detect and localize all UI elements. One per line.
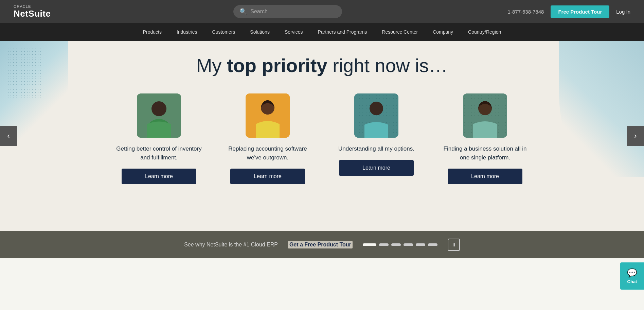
search-box[interactable]: 🔍 (233, 5, 342, 18)
login-button[interactable]: Log In (616, 9, 630, 15)
top-bar: ORACLE NetSuite 🔍 1-877-638-7848 Free Pr… (0, 0, 644, 23)
nav-item-services[interactable]: Services (277, 23, 310, 41)
card-1: Getting better control of inventory and … (115, 93, 203, 184)
avatar-2 (246, 93, 290, 138)
nav-item-industries[interactable]: Industries (169, 23, 205, 41)
card-2: Replacing accounting software we've outg… (223, 93, 312, 184)
free-tour-button[interactable]: Free Product Tour (551, 5, 609, 18)
hero-title-plain: My (196, 55, 227, 76)
avatar-3 (354, 93, 398, 138)
nav-item-customers[interactable]: Customers (205, 23, 243, 41)
hero-title: My top priority right now is… (20, 54, 624, 76)
bottom-bar-link[interactable]: Get a Free Product Tour (288, 241, 353, 248)
nav-item-country[interactable]: Country/Region (461, 23, 508, 41)
dot-4 (404, 243, 413, 246)
carousel-prev-button[interactable]: ‹ (0, 126, 17, 146)
phone-number: 1-877-638-7848 (508, 9, 544, 15)
nav-item-company[interactable]: Company (425, 23, 461, 41)
carousel-next-button[interactable]: › (627, 126, 644, 146)
dot-3 (391, 243, 401, 246)
search-input[interactable] (250, 8, 336, 15)
card-text-3: Understanding all my options. (338, 144, 414, 153)
card-text-1: Getting better control of inventory and … (115, 144, 203, 162)
top-bar-right: 1-877-638-7848 Free Product Tour Log In (508, 5, 630, 18)
hero-section: ‹ › My top priority right now is… (0, 41, 644, 231)
card-text-2: Replacing accounting software we've outg… (223, 144, 312, 162)
card-4: Finding a business solution all in one s… (441, 93, 529, 184)
svg-point-2 (151, 101, 166, 116)
bottom-bar-text: See why NetSuite is the #1 Cloud ERP (184, 242, 278, 248)
nav-item-solutions[interactable]: Solutions (243, 23, 277, 41)
bottom-bar: See why NetSuite is the #1 Cloud ERP Get… (0, 231, 644, 258)
dot-5 (416, 243, 425, 246)
nav-item-products[interactable]: Products (136, 23, 169, 41)
nav-bar: Products Industries Customers Solutions … (0, 23, 644, 41)
progress-dots (363, 243, 437, 246)
card-3: Understanding all my options. Learn more (332, 93, 421, 184)
pause-button[interactable]: ⏸ (448, 239, 460, 251)
dot-1 (363, 243, 376, 246)
search-area: 🔍 (75, 5, 501, 18)
logo-area: ORACLE NetSuite (14, 4, 68, 19)
avatar-1 (137, 93, 181, 138)
netsuite-label: NetSuite (14, 8, 68, 19)
learn-more-btn-2[interactable]: Learn more (230, 169, 305, 184)
learn-more-btn-3[interactable]: Learn more (339, 160, 414, 176)
hero-title-bold: top priority (227, 55, 327, 76)
dot-2 (379, 243, 389, 246)
hero-title-rest: right now is… (333, 55, 448, 76)
avatar-4 (463, 93, 507, 138)
nav-item-partners[interactable]: Partners and Programs (310, 23, 375, 41)
learn-more-btn-4[interactable]: Learn more (448, 169, 522, 184)
nav-item-resource[interactable]: Resource Center (374, 23, 425, 41)
oracle-label: ORACLE (14, 4, 68, 8)
learn-more-btn-1[interactable]: Learn more (122, 169, 196, 184)
svg-point-9 (370, 102, 383, 115)
cards-row: Getting better control of inventory and … (20, 93, 624, 184)
search-icon: 🔍 (239, 8, 247, 15)
dot-6 (428, 243, 437, 246)
card-text-4: Finding a business solution all in one s… (441, 144, 529, 162)
